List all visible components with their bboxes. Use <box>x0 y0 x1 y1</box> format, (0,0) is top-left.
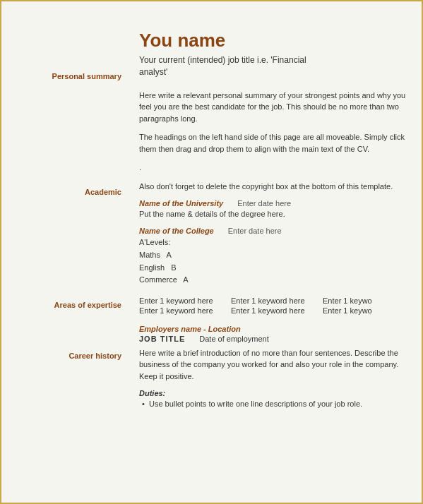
cv-name-block: You name Your current (intended) job tit… <box>139 30 407 78</box>
career-block: Employers name - Location JOB TITLE Date… <box>139 325 407 410</box>
sidebar-personal-summary: Personal summary <box>1 72 121 80</box>
keyword-1-1[interactable]: Enter 1 keyword here <box>139 296 224 305</box>
sidebar-label-areas: Areas of expertise <box>1 301 121 309</box>
subject-maths: Maths A <box>139 249 407 262</box>
sidebar-label-academic: Academic <box>1 188 121 196</box>
cv-job-title: Your current (intended) job title i.e. '… <box>139 54 407 78</box>
university-date: Enter date here <box>237 199 291 208</box>
duties-label: Duties: <box>139 389 407 397</box>
main-content: You name Your current (intended) job tit… <box>129 1 422 503</box>
university-row: Name of the University Enter date here <box>139 199 407 208</box>
personal-summary-section: Here write a relevant personal summary o… <box>139 90 407 193</box>
career-intro[interactable]: Here write a brief introduction of no mo… <box>139 347 407 383</box>
sidebar: Personal summary Academic Areas of exper… <box>1 1 129 503</box>
university-name: Name of the University <box>139 199 223 208</box>
bullet-item-1[interactable]: Use bullet points to write one line desc… <box>139 399 407 409</box>
job-title-row: JOB TITLE Date of employment <box>139 335 407 343</box>
career-section: Employers name - Location JOB TITLE Date… <box>139 325 407 410</box>
keyword-2-1[interactable]: Enter 1 keyword here <box>139 306 224 315</box>
subject-commerce: Commerce A <box>139 274 407 287</box>
employer-name[interactable]: Employers name - Location <box>139 325 407 333</box>
sidebar-career: Career history <box>1 352 121 360</box>
job-title-text: JOB TITLE <box>139 335 185 343</box>
job-date: Date of employment <box>199 335 268 343</box>
keywords-row1: Enter 1 keyword here Enter 1 keyword her… <box>139 296 407 305</box>
keyword-2-2[interactable]: Enter 1 keyword here <box>231 306 316 315</box>
keyword-2-3[interactable]: Enter 1 keywo <box>323 306 407 315</box>
keywords-row2: Enter 1 keyword here Enter 1 keyword her… <box>139 306 407 315</box>
subject-english: English B <box>139 262 407 275</box>
sidebar-label-personal: Personal summary <box>1 72 121 80</box>
university-detail[interactable]: Put the name & details of the degree her… <box>139 209 407 220</box>
areas-section: Enter 1 keyword here Enter 1 keyword her… <box>139 296 407 315</box>
college-name: Name of the College <box>139 227 214 235</box>
alevels-block: A'Levels: Maths A English B Commerce A <box>139 236 407 286</box>
college-date: Enter date here <box>228 227 282 235</box>
job-title-line1: Your current (intended) job title i.e. '… <box>139 55 306 65</box>
keyword-1-3[interactable]: Enter 1 keywo <box>323 296 407 305</box>
sidebar-areas: Areas of expertise <box>1 301 121 309</box>
sidebar-academic: Academic <box>1 188 121 196</box>
personal-para1[interactable]: Here write a relevant personal summary o… <box>139 90 407 125</box>
job-title-line2: analyst' <box>139 67 167 77</box>
cv-page: Personal summary Academic Areas of exper… <box>0 0 423 504</box>
cv-name[interactable]: You name <box>139 30 407 52</box>
college-row: Name of the College Enter date here <box>139 227 407 235</box>
personal-para3: . <box>139 162 407 174</box>
academic-section: Name of the University Enter date here P… <box>139 199 407 287</box>
alevels-label: A'Levels: <box>139 236 407 249</box>
sidebar-label-career: Career history <box>1 352 121 360</box>
keyword-1-2[interactable]: Enter 1 keyword here <box>231 296 316 305</box>
keywords-container: Enter 1 keyword here Enter 1 keyword her… <box>139 296 407 315</box>
personal-para4[interactable]: Also don't forget to delete the copyrigh… <box>139 181 407 193</box>
personal-para2[interactable]: The headings on the left hand side of th… <box>139 131 407 155</box>
